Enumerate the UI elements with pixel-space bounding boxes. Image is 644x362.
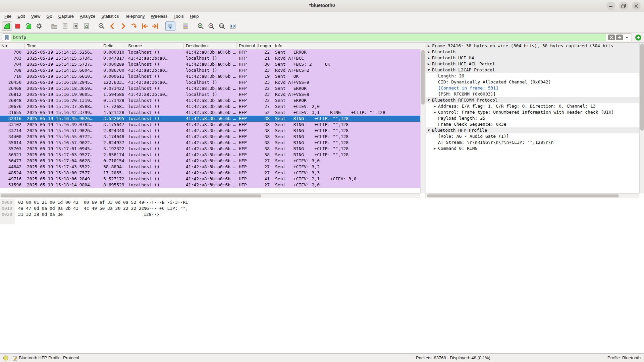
detail-row[interactable]: ▸Control: Frame type: Unnumbered Informa… [426, 109, 639, 115]
menu-tools[interactable]: Tools [170, 13, 186, 19]
column-header-info[interactable]: Info [272, 43, 425, 49]
detail-row[interactable]: ▸Command 0: RING [426, 145, 639, 152]
column-header-no[interactable]: No. [0, 43, 25, 49]
expand-icon[interactable]: ▸ [434, 109, 438, 115]
packet-row-selected[interactable]: 324162025-05-19 15:16:45.9026…3.522695lo… [0, 116, 420, 122]
filter-apply-button[interactable] [616, 35, 623, 40]
expand-icon[interactable]: ▸ [428, 43, 432, 49]
minimize-button[interactable] [606, 2, 615, 10]
packet-row[interactable]: 337142025-05-19 15:16:51.9026…2.824340lo… [0, 128, 420, 134]
detail-row[interactable]: ▸Bluetooth [426, 49, 639, 55]
go-first-button[interactable] [140, 21, 150, 31]
colorize-button[interactable] [180, 21, 191, 31]
packet-row[interactable]: 485242025-05-19 15:18:00.7577…17.2055…lo… [0, 170, 420, 176]
column-header-source[interactable]: Source [126, 43, 184, 49]
expand-icon[interactable]: ▸ [428, 61, 432, 67]
packet-row[interactable]: 268482025-05-19 15:16:20.1319…0.171428lo… [0, 98, 420, 104]
open-file-button[interactable] [49, 21, 59, 31]
go-forward-button[interactable] [118, 21, 128, 31]
maximize-button[interactable] [619, 2, 628, 10]
hex-line[interactable]: 00104e 47 0d 0a 0d 0a 2b 43 4c 49 50 3a … [0, 205, 188, 212]
packet-row[interactable]: 7002025-05-19 15:14:15.5256…0.000310loca… [0, 49, 420, 55]
menu-view[interactable]: View [28, 13, 43, 19]
scrollbar-thumb[interactable] [427, 194, 619, 197]
menu-analyze[interactable]: Analyze [77, 13, 98, 19]
column-header-destination[interactable]: Destination [184, 43, 237, 49]
start-capture-button[interactable] [2, 21, 12, 31]
find-packet-button[interactable]: A [97, 21, 107, 31]
capture-comment-button[interactable] [12, 355, 18, 362]
restart-capture-button[interactable] [23, 21, 34, 31]
zoom-original-button[interactable]: 1:1 [217, 21, 227, 31]
close-file-button[interactable] [71, 21, 81, 31]
packet-row[interactable]: 264682025-05-19 15:16:18.3659…0.071422lo… [0, 85, 420, 92]
status-profile-button[interactable]: Profile: Bluetooth [607, 355, 641, 360]
expand-icon[interactable]: ▸ [428, 55, 432, 61]
scrollbar-thumb[interactable] [1, 194, 261, 197]
hex-line[interactable]: 000002 00 01 21 00 1d 00 42 00 69 ef 33 … [0, 199, 188, 205]
column-header-length[interactable]: Length [258, 43, 272, 49]
packet-row[interactable]: 363212025-05-19 15:17:03.9527…2.858174lo… [0, 152, 420, 158]
packet-row[interactable]: 264502025-05-19 15:16:18.2945…122.633…41… [0, 79, 420, 85]
bookmark-icon[interactable] [2, 34, 11, 41]
collapse-icon[interactable]: ▾ [428, 97, 432, 103]
packet-row[interactable]: 515962025-05-19 15:18:14.9804…8.695529lo… [0, 182, 420, 188]
column-header-protocol[interactable]: Protocol [237, 43, 258, 49]
collapse-icon[interactable]: ▾ [428, 67, 432, 73]
go-last-button[interactable] [150, 21, 160, 31]
packet-row[interactable]: 448422025-05-19 15:17:43.5522…38.8894…lo… [0, 164, 420, 170]
scrollbar-thumb[interactable] [421, 50, 425, 105]
menu-wireless[interactable]: Wireless [148, 13, 171, 19]
packet-row[interactable]: 7082025-05-19 15:14:15.6604…0.08670041:4… [0, 67, 420, 73]
collapse-icon[interactable]: ▾ [428, 127, 432, 133]
menu-file[interactable]: File [1, 13, 14, 19]
filter-dropdown-icon[interactable] [624, 36, 630, 39]
detail-row[interactable]: CID: Dynamically Allocated Channel (0x00… [426, 79, 639, 85]
menu-help[interactable]: Help [187, 13, 202, 19]
expand-icon[interactable]: ▸ [428, 49, 432, 55]
detail-row[interactable]: ▾Bluetooth RFCOMM Protocol [426, 97, 639, 103]
detail-row[interactable]: [Connect in frame: 531] [426, 85, 639, 91]
packet-row[interactable]: 7102025-05-19 15:14:15.6610…0.000611loca… [0, 73, 420, 79]
hex-line[interactable]: 002031 32 38 0d 0a 3e128··> [0, 212, 188, 218]
detail-row[interactable]: ▾Bluetooth HFP Profile [426, 127, 639, 133]
detail-vscrollbar[interactable] [639, 43, 644, 193]
close-button[interactable] [632, 2, 641, 10]
packet-row[interactable]: 268122025-05-19 15:16:19.9605…1.59458641… [0, 92, 420, 98]
detail-row[interactable]: ▾Bluetooth L2CAP Protocol [426, 67, 639, 73]
detail-row[interactable]: ▸Address: E/A flag: 1, C/R flag: 0, Dire… [426, 103, 639, 109]
capture-options-button[interactable] [34, 21, 44, 31]
detail-row[interactable]: Payload length: 25 [426, 115, 639, 121]
packet-row[interactable]: 7032025-05-19 15:14:15.5734…0.04781741:4… [0, 55, 420, 61]
packet-row[interactable]: 350142025-05-19 15:16:57.9022…2.824937lo… [0, 140, 420, 146]
expert-info-button[interactable] [3, 355, 9, 362]
reload-file-button[interactable] [82, 21, 92, 31]
zoom-out-button[interactable] [206, 21, 216, 31]
detail-row[interactable]: AT Stream: \r\nRING\r\n\r\n+CLIP: "",128… [426, 139, 639, 145]
packet-row[interactable]: 364772025-05-19 15:17:04.6628…0.710154lo… [0, 158, 420, 164]
resize-columns-button[interactable] [228, 21, 238, 31]
menu-statistics[interactable]: Statistics [98, 13, 122, 19]
detail-row[interactable]: Frame Check Sequence: 0x3e [426, 121, 639, 127]
go-back-button[interactable] [107, 21, 117, 31]
packet-row[interactable]: 357032025-05-19 15:17:01.0945…3.192322lo… [0, 146, 420, 152]
menu-capture[interactable]: Capture [55, 13, 77, 19]
zoom-in-button[interactable] [196, 21, 206, 31]
detail-hscrollbar[interactable] [426, 193, 639, 198]
filter-clear-button[interactable] [608, 35, 615, 40]
packet-list-vscrollbar[interactable] [420, 49, 425, 193]
expand-icon[interactable]: ▸ [434, 103, 438, 109]
detail-row[interactable]: Length: 29 [426, 73, 639, 79]
menu-edit[interactable]: Edit [14, 13, 28, 19]
detail-link[interactable]: [Connect in frame: 531] [438, 85, 639, 91]
packet-row[interactable]: 497162025-05-19 15:18:06.2849…5.527172lo… [0, 176, 420, 182]
expand-icon[interactable]: ▸ [434, 145, 438, 152]
packet-row[interactable]: 344002025-05-19 15:16:55.0772…3.174648lo… [0, 134, 420, 140]
menu-telephony[interactable]: Telephony [122, 13, 148, 19]
packet-row[interactable]: 331022025-05-19 15:16:49.0783…3.175647lo… [0, 122, 420, 128]
detail-row[interactable]: ▸Bluetooth HCI H4 [426, 55, 639, 61]
save-file-button[interactable] [60, 21, 70, 31]
auto-scroll-button[interactable] [165, 21, 175, 31]
detail-row[interactable]: [Role: AG - Audio Gate (1)] [426, 133, 639, 139]
filter-add-button[interactable] [635, 34, 642, 41]
